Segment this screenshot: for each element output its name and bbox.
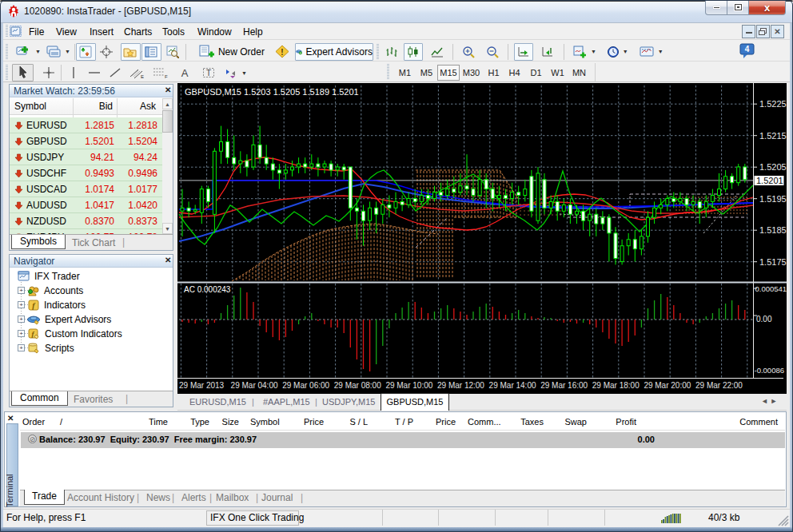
svg-text:29 Mar 08:00: 29 Mar 08:00	[334, 381, 381, 390]
svg-text:1.5205: 1.5205	[759, 162, 787, 172]
svg-text:T: T	[206, 69, 211, 77]
svg-text:1.5201: 1.5201	[756, 176, 783, 185]
svg-text:A: A	[181, 67, 188, 79]
svg-text:4: 4	[745, 45, 750, 54]
svg-text:1.5185: 1.5185	[759, 225, 787, 235]
svg-text:29 Mar 06:00: 29 Mar 06:00	[282, 381, 329, 390]
svg-text:0.00: 0.00	[756, 315, 772, 324]
svg-text:1.5195: 1.5195	[759, 194, 787, 204]
svg-text:F: F	[165, 74, 168, 79]
svg-text:E: E	[141, 74, 144, 79]
svg-text:!: !	[281, 48, 283, 57]
svg-text:29 Mar 14:00: 29 Mar 14:00	[489, 381, 536, 390]
svg-text:29 Mar 22:00: 29 Mar 22:00	[695, 381, 743, 390]
svg-text:1.5225: 1.5225	[759, 99, 787, 109]
svg-text:GBPUSD,M15 1.5203 1.5205 1.51: GBPUSD,M15 1.5203 1.5205 1.5189 1.5201	[185, 87, 359, 97]
svg-text:29 Mar 2013: 29 Mar 2013	[179, 381, 225, 390]
svg-text:0.000541: 0.000541	[755, 284, 787, 293]
svg-text:29 Mar 18:00: 29 Mar 18:00	[592, 381, 640, 390]
svg-text:29 Mar 04:00: 29 Mar 04:00	[231, 381, 278, 390]
svg-text:29 Mar 20:00: 29 Mar 20:00	[644, 381, 691, 390]
svg-text:29 Mar 16:00: 29 Mar 16:00	[540, 381, 588, 390]
svg-text:1.5215: 1.5215	[759, 131, 787, 141]
svg-text:1.5175: 1.5175	[759, 257, 787, 267]
svg-text:-0.00086: -0.00086	[755, 366, 785, 375]
svg-text:AC 0.000243: AC 0.000243	[184, 285, 231, 294]
svg-text:29 Mar 12:00: 29 Mar 12:00	[437, 381, 484, 390]
svg-text:29 Mar 10:00: 29 Mar 10:00	[385, 381, 432, 390]
